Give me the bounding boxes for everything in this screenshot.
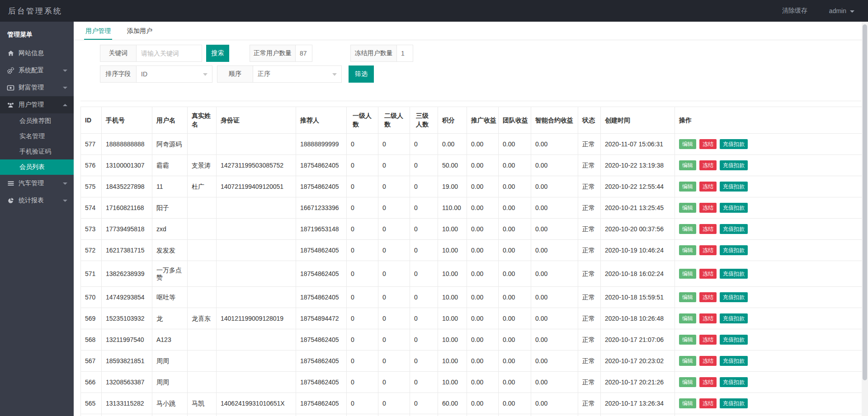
freeze-button[interactable]: 冻结 <box>699 182 717 192</box>
sidebar: 管理菜单 网站信息 系统配置 <box>0 22 74 416</box>
freeze-button[interactable]: 冻结 <box>699 377 717 387</box>
table-cell: 2020-10-22 12:55:44 <box>601 176 675 197</box>
table-cell: 龙 <box>152 308 188 329</box>
table-cell: 0.00 <box>531 219 578 240</box>
freeze-button[interactable]: 冻结 <box>699 269 717 279</box>
table-cell <box>188 372 217 393</box>
recharge-button[interactable]: 充值扣款 <box>720 356 748 366</box>
edit-button[interactable]: 编辑 <box>679 160 696 170</box>
freeze-button[interactable]: 冻结 <box>699 356 717 366</box>
table-cell: 16671233396 <box>296 197 347 219</box>
freeze-button[interactable]: 冻结 <box>699 160 717 170</box>
sidebar-item-realname[interactable]: 实名管理 <box>0 129 74 144</box>
recharge-button[interactable]: 充值扣款 <box>720 182 748 192</box>
edit-button[interactable]: 编辑 <box>679 292 696 302</box>
freeze-button[interactable]: 冻结 <box>699 335 717 345</box>
sidebar-item-member-referral[interactable]: 会员推荐图 <box>0 113 74 129</box>
freeze-button[interactable]: 冻结 <box>699 203 717 213</box>
table-row: 56718593821851周周1875486240500010.000.000… <box>81 351 862 372</box>
sidebar-item-sms-code[interactable]: 手机验证码 <box>0 144 74 159</box>
edit-button[interactable]: 编辑 <box>679 139 696 149</box>
table-cell <box>188 219 217 240</box>
table-cell: 10.00 <box>438 351 467 372</box>
clear-cache-link[interactable]: 清除缓存 <box>782 7 807 15</box>
table-cell: 0.00 <box>499 351 531 372</box>
table-cell: 0.00 <box>531 261 578 287</box>
order-label: 顺序 <box>217 65 253 83</box>
freeze-button[interactable]: 冻结 <box>699 245 717 255</box>
tab-user-management[interactable]: 用户管理 <box>84 22 112 40</box>
scrollbar-thumb[interactable] <box>863 24 867 380</box>
table-cell: 2020-10-22 13:19:38 <box>601 155 675 176</box>
sidebar-item-wealth[interactable]: 财富管理 <box>0 79 74 96</box>
freeze-button[interactable]: 冻结 <box>699 398 717 408</box>
sort-field-select[interactable]: ID <box>137 65 212 83</box>
recharge-button[interactable]: 充值扣款 <box>720 245 748 255</box>
table-cell: 0.00 <box>467 219 499 240</box>
frozen-users-count: 1 <box>397 45 413 62</box>
table-cell: 2020-10-20 00:37:56 <box>601 219 675 240</box>
table-cell: 正常 <box>578 155 601 176</box>
recharge-button[interactable]: 充值扣款 <box>720 335 748 345</box>
freeze-button[interactable]: 冻结 <box>699 139 717 149</box>
freeze-button[interactable]: 冻结 <box>699 224 717 234</box>
tab-add-user[interactable]: 添加用户 <box>126 22 154 40</box>
edit-button[interactable]: 编辑 <box>679 313 696 323</box>
sidebar-item-member-list[interactable]: 会员列表 <box>0 159 74 175</box>
recharge-button[interactable]: 充值扣款 <box>720 160 748 170</box>
table-cell: 0.00 <box>499 261 531 287</box>
edit-button[interactable]: 编辑 <box>679 203 696 213</box>
sidebar-item-reports[interactable]: 统计报表 <box>0 192 74 209</box>
recharge-button[interactable]: 充值扣款 <box>720 313 748 323</box>
table-cell: 0 <box>378 414 410 416</box>
keyword-input[interactable] <box>137 45 202 62</box>
wealth-icon <box>7 84 14 92</box>
freeze-button[interactable]: 冻结 <box>699 313 717 323</box>
sidebar-item-system-config[interactable]: 系统配置 <box>0 62 74 79</box>
edit-button[interactable]: 编辑 <box>679 182 696 192</box>
sidebar-item-car-management[interactable]: 汽车管理 <box>0 175 74 192</box>
edit-button[interactable]: 编辑 <box>679 356 696 366</box>
recharge-button[interactable]: 充值扣款 <box>720 398 748 408</box>
recharge-button[interactable]: 充值扣款 <box>720 224 748 234</box>
table-cell: 2020-10-17 13:26:34 <box>601 393 675 414</box>
table-cell <box>188 329 217 351</box>
column-header: ID <box>81 107 102 134</box>
table-cell: 0 <box>378 287 410 308</box>
table-cell: 573 <box>81 219 102 240</box>
recharge-button[interactable]: 充值扣款 <box>720 139 748 149</box>
sidebar-item-user-management[interactable]: 用户管理 <box>0 96 74 113</box>
recharge-button[interactable]: 充值扣款 <box>720 292 748 302</box>
sidebar-item-site-info[interactable]: 网站信息 <box>0 45 74 62</box>
recharge-button[interactable]: 充值扣款 <box>720 377 748 387</box>
edit-button[interactable]: 编辑 <box>679 245 696 255</box>
edit-button[interactable]: 编辑 <box>679 398 696 408</box>
table-cell: 13100001307 <box>102 155 152 176</box>
edit-button[interactable]: 编辑 <box>679 269 696 279</box>
order-select[interactable]: 正序 <box>253 65 342 83</box>
table-cell: 0 <box>347 372 378 393</box>
recharge-button[interactable]: 充值扣款 <box>720 203 748 213</box>
table-cell: 567 <box>81 351 102 372</box>
table-cell: 0 <box>410 308 438 329</box>
table-cell: 18435227898 <box>102 176 152 197</box>
table-row: 57417160821168阳子16671233396000110.000.00… <box>81 197 862 219</box>
filter-button[interactable]: 筛选 <box>349 65 374 83</box>
table-cell: 马凯 <box>188 393 217 414</box>
freeze-button[interactable]: 冻结 <box>699 292 717 302</box>
edit-button[interactable]: 编辑 <box>679 224 696 234</box>
table-cell: 0.00 <box>531 287 578 308</box>
user-menu[interactable]: admin <box>829 7 854 14</box>
edit-button[interactable]: 编辑 <box>679 335 696 345</box>
chevron-up-icon <box>63 104 67 106</box>
search-button[interactable]: 搜索 <box>206 45 229 62</box>
table-row: 56413272168201李欣哲1875486240500010.000.00… <box>81 414 862 416</box>
sort-field-label: 排序字段 <box>100 65 137 83</box>
table-cell: 0 <box>347 219 378 240</box>
recharge-button[interactable]: 充值扣款 <box>720 269 748 279</box>
actions-cell: 编辑冻结充值扣款 <box>675 287 862 308</box>
edit-button[interactable]: 编辑 <box>679 377 696 387</box>
scrollbar-track[interactable] <box>862 22 868 416</box>
table-cell: 发发发 <box>152 240 188 261</box>
table-cell: 0.00 <box>499 372 531 393</box>
